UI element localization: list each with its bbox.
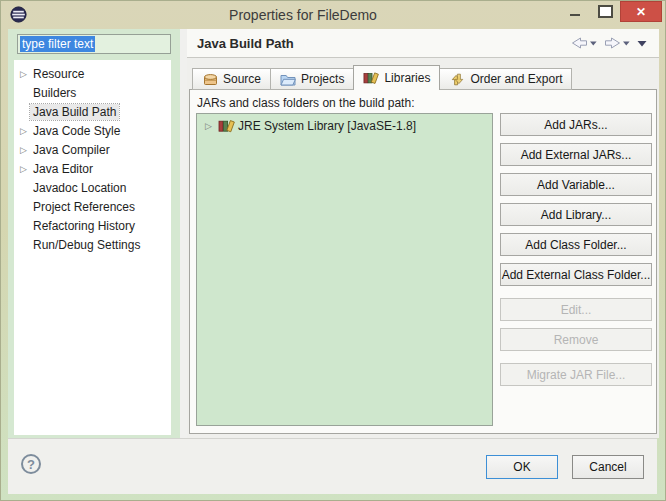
- filter-input-text: type filter text: [20, 36, 95, 52]
- build-path-caption: JARs and class folders on the build path…: [197, 96, 414, 110]
- sidebar-item-label: Builders: [30, 85, 79, 101]
- properties-dialog: Properties for FileDemo type filter text…: [0, 0, 666, 501]
- folder-icon: [280, 72, 296, 86]
- expander-icon[interactable]: [17, 126, 30, 136]
- add-library-button[interactable]: Add Library...: [500, 203, 652, 226]
- help-button[interactable]: [21, 454, 41, 474]
- package-icon: [202, 72, 218, 86]
- sidebar-item-label: Java Build Path: [30, 104, 119, 120]
- sidebar-tree: ResourceBuildersJava Build PathJava Code…: [14, 60, 171, 435]
- menu-triangle-icon: [637, 40, 647, 47]
- window-frame-bottom: [1, 492, 665, 500]
- tab-label: Libraries: [384, 71, 430, 85]
- sidebar-item-project-references[interactable]: Project References: [14, 197, 171, 216]
- page-title: Java Build Path: [197, 36, 294, 51]
- header-nav: [569, 35, 649, 51]
- sidebar-item-refactoring-history[interactable]: Refactoring History: [14, 216, 171, 235]
- eclipse-icon: [10, 6, 27, 23]
- back-button[interactable]: [569, 35, 599, 51]
- ok-button[interactable]: OK: [486, 455, 558, 479]
- add-jars-button[interactable]: Add JARs...: [500, 113, 652, 136]
- footer-buttons: OK Cancel: [486, 455, 644, 479]
- tab-projects[interactable]: Projects: [270, 68, 354, 90]
- view-menu-button[interactable]: [635, 38, 649, 49]
- sidebar-item-java-build-path[interactable]: Java Build Path: [14, 102, 171, 121]
- expander-icon[interactable]: [202, 121, 215, 131]
- sidebar-item-label: Javadoc Location: [30, 180, 129, 196]
- sidebar-item-builders[interactable]: Builders: [14, 83, 171, 102]
- maximize-button[interactable]: [590, 1, 620, 22]
- sidebar: type filter text ResourceBuildersJava Bu…: [8, 29, 180, 438]
- forward-dropdown-icon: [623, 41, 630, 46]
- tab-libraries[interactable]: Libraries: [353, 65, 440, 90]
- sidebar-item-label: Java Code Style: [30, 123, 123, 139]
- sidebar-sash[interactable]: [180, 29, 187, 438]
- minimize-button[interactable]: [560, 1, 590, 22]
- filter-input[interactable]: type filter text: [17, 34, 171, 54]
- add-class-folder-button[interactable]: Add Class Folder...: [500, 233, 652, 256]
- sidebar-item-java-compiler[interactable]: Java Compiler: [14, 140, 171, 159]
- footer-bar: OK Cancel: [8, 438, 657, 494]
- add-external-jars-button[interactable]: Add External JARs...: [500, 143, 652, 166]
- main-panel: Java Build Path SourceProjectsLibrariesO…: [187, 29, 659, 438]
- order-export-icon: [449, 72, 465, 86]
- tab-label: Order and Export: [470, 72, 562, 86]
- tree-item-jre-system-library-javase-1-8[interactable]: JRE System Library [JavaSE-1.8]: [197, 114, 492, 133]
- sidebar-item-label: Resource: [30, 66, 87, 82]
- titlebar: Properties for FileDemo: [1, 1, 665, 29]
- sidebar-item-java-code-style[interactable]: Java Code Style: [14, 121, 171, 140]
- sidebar-item-run-debug-settings[interactable]: Run/Debug Settings: [14, 235, 171, 254]
- expander-icon[interactable]: [17, 145, 30, 155]
- sidebar-item-resource[interactable]: Resource: [14, 64, 171, 83]
- libraries-tab-panel: JARs and class folders on the build path…: [189, 89, 657, 434]
- tab-order-and-export[interactable]: Order and Export: [439, 68, 572, 90]
- tab-label: Source: [223, 72, 261, 86]
- window-controls: [560, 1, 662, 22]
- tab-source[interactable]: Source: [192, 68, 271, 90]
- sidebar-item-javadoc-location[interactable]: Javadoc Location: [14, 178, 171, 197]
- library-icon: [218, 119, 235, 133]
- edit-button: Edit...: [500, 298, 652, 321]
- add-external-class-folder-button[interactable]: Add External Class Folder...: [500, 263, 652, 286]
- sidebar-item-label: Run/Debug Settings: [30, 237, 143, 253]
- sidebar-item-java-editor[interactable]: Java Editor: [14, 159, 171, 178]
- library-icon: [363, 71, 379, 85]
- page-header: Java Build Path: [187, 29, 659, 58]
- jars-tree[interactable]: JRE System Library [JavaSE-1.8]: [196, 113, 493, 426]
- expander-icon[interactable]: [17, 164, 30, 174]
- cancel-button[interactable]: Cancel: [572, 455, 644, 479]
- remove-button: Remove: [500, 328, 652, 351]
- tree-item-label: JRE System Library [JavaSE-1.8]: [238, 119, 416, 133]
- migrate-jar-file-button: Migrate JAR File...: [500, 363, 652, 386]
- sidebar-item-label: Java Editor: [30, 161, 96, 177]
- tab-label: Projects: [301, 72, 344, 86]
- add-variable-button[interactable]: Add Variable...: [500, 173, 652, 196]
- sidebar-item-label: Refactoring History: [30, 218, 138, 234]
- tab-bar: SourceProjectsLibrariesOrder and Export: [192, 65, 571, 90]
- forward-button[interactable]: [602, 35, 632, 51]
- sidebar-item-label: Java Compiler: [30, 142, 113, 158]
- close-button[interactable]: [620, 1, 662, 22]
- sidebar-item-label: Project References: [30, 199, 138, 215]
- expander-icon[interactable]: [17, 69, 30, 79]
- back-dropdown-icon: [590, 41, 597, 46]
- library-buttons: Add JARs...Add External JARs...Add Varia…: [500, 113, 652, 393]
- window-title: Properties for FileDemo: [61, 7, 545, 23]
